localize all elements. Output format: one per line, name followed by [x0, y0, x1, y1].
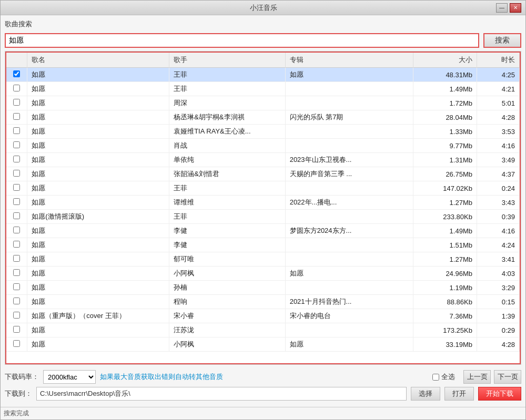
row-artist: 程响: [169, 295, 285, 309]
row-artist: 张韶涵&刘惜君: [169, 167, 285, 181]
row-checkbox[interactable]: [13, 70, 20, 77]
table-row: 如愿 王菲 1.49Mb 4:21: [6, 82, 520, 96]
row-size: 1.51Mb: [413, 238, 477, 252]
minimize-button[interactable]: —: [496, 3, 508, 13]
status-text: 搜索完成: [4, 409, 29, 417]
choose-folder-button[interactable]: 选择: [411, 387, 440, 401]
download-path-input[interactable]: [36, 387, 407, 401]
row-checkbox[interactable]: [13, 227, 20, 233]
start-download-button[interactable]: 开始下载: [478, 387, 521, 401]
row-checkbox[interactable]: [13, 141, 20, 148]
row-checkbox-cell[interactable]: [6, 181, 27, 196]
row-name: 如愿: [27, 125, 169, 139]
rate-select[interactable]: 128kmp3 320kmp3 2000kflac 无损flac: [43, 370, 96, 384]
search-button[interactable]: 搜索: [483, 33, 521, 48]
table-row: 如愿 肖战 9.77Mb 4:16: [6, 139, 520, 153]
row-checkbox-cell[interactable]: [6, 82, 27, 96]
row-checkbox[interactable]: [13, 255, 20, 262]
all-select-checkbox[interactable]: [432, 374, 439, 381]
row-duration: 1:39: [477, 309, 519, 323]
row-name: 如愿: [27, 181, 169, 196]
next-page-button[interactable]: 下一页: [494, 370, 521, 384]
row-artist: 李健: [169, 224, 285, 238]
row-album: [285, 125, 413, 139]
row-checkbox[interactable]: [13, 283, 20, 290]
row-checkbox[interactable]: [13, 298, 20, 304]
row-checkbox-cell[interactable]: [6, 295, 27, 309]
row-duration: 0:24: [477, 181, 519, 196]
col-dur-header: 时长: [477, 53, 519, 68]
row-album: [285, 139, 413, 153]
row-album: 如愿: [285, 337, 413, 352]
row-name: 如愿: [27, 96, 169, 110]
table-row: 如愿 杨丞琳&胡宇桐&李润祺 闪光的乐队 第7期 28.04Mb 4:28: [6, 110, 520, 125]
row-checkbox-cell[interactable]: [6, 281, 27, 295]
row-checkbox[interactable]: [13, 198, 20, 205]
row-checkbox[interactable]: [13, 340, 20, 347]
row-checkbox[interactable]: [13, 184, 20, 191]
row-size: 1.27Mb: [413, 196, 477, 210]
row-checkbox[interactable]: [13, 99, 20, 106]
row-name: 如愿: [27, 337, 169, 352]
row-checkbox[interactable]: [13, 85, 20, 91]
row-checkbox-cell[interactable]: [6, 238, 27, 252]
row-checkbox-cell[interactable]: [6, 252, 27, 267]
row-name: 如愿(激情摇滚版): [27, 210, 169, 224]
prev-page-button[interactable]: 上一页: [463, 370, 491, 384]
row-checkbox-cell[interactable]: [6, 125, 27, 139]
table-row: 如愿 小阿枫 如愿 33.19Mb 4:28: [6, 337, 520, 352]
all-select-label[interactable]: 全选: [432, 372, 455, 382]
row-album: [285, 210, 413, 224]
row-artist: 王菲: [169, 210, 285, 224]
row-name: 如愿: [27, 238, 169, 252]
row-checkbox[interactable]: [13, 127, 20, 134]
col-size-header: 大小: [413, 53, 477, 68]
row-size: 28.04Mb: [413, 110, 477, 125]
row-checkbox-cell[interactable]: [6, 167, 27, 181]
row-artist: 孙楠: [169, 281, 285, 295]
row-checkbox-cell[interactable]: [6, 153, 27, 167]
close-button[interactable]: ✕: [510, 3, 521, 13]
row-checkbox-cell[interactable]: [6, 323, 27, 337]
row-size: 1.31Mb: [413, 153, 477, 167]
row-checkbox[interactable]: [13, 113, 20, 120]
row-checkbox-cell[interactable]: [6, 139, 27, 153]
window-controls: — ✕: [496, 3, 521, 13]
table-row: 如愿 谭维维 2022年...播电... 1.27Mb 3:43: [6, 196, 520, 210]
row-album: [285, 281, 413, 295]
row-checkbox[interactable]: [13, 212, 20, 219]
row-checkbox[interactable]: [13, 269, 20, 276]
row-name: 如愿: [27, 295, 169, 309]
search-input[interactable]: [5, 33, 479, 48]
row-checkbox-cell[interactable]: [6, 309, 27, 323]
row-checkbox-cell[interactable]: [6, 196, 27, 210]
row-artist: 李健: [169, 238, 285, 252]
row-checkbox-cell[interactable]: [6, 267, 27, 281]
row-name: 如愿: [27, 196, 169, 210]
table-row: 如愿(激情摇滚版) 王菲 233.80Kb 0:39: [6, 210, 520, 224]
row-artist: 王菲: [169, 181, 285, 196]
row-checkbox-cell[interactable]: [6, 210, 27, 224]
row-checkbox[interactable]: [13, 312, 20, 319]
row-checkbox-cell[interactable]: [6, 96, 27, 110]
row-checkbox-cell[interactable]: [6, 110, 27, 125]
row-size: 24.96Mb: [413, 267, 477, 281]
row-artist: 肖战: [169, 139, 285, 153]
row-checkbox-cell[interactable]: [6, 337, 27, 352]
rate-hint[interactable]: 如果最大音质获取出错则自动转其他音质: [100, 372, 223, 382]
row-duration: 4:03: [477, 267, 519, 281]
row-name: 如愿: [27, 110, 169, 125]
row-duration: 3:49: [477, 153, 519, 167]
table-row: 如愿 小阿枫 如愿 24.96Mb 4:03: [6, 267, 520, 281]
table-row: 如愿 王菲 如愿 48.31Mb 4:25: [6, 68, 520, 82]
row-checkbox-cell[interactable]: [6, 68, 27, 82]
row-size: 26.75Mb: [413, 167, 477, 181]
row-checkbox[interactable]: [13, 241, 20, 248]
row-checkbox[interactable]: [13, 156, 20, 162]
row-checkbox-cell[interactable]: [6, 224, 27, 238]
table-row: 如愿 袁娅维TIA RAY&王心凌... 1.33Mb 3:53: [6, 125, 520, 139]
row-checkbox[interactable]: [13, 326, 20, 333]
col-check: [6, 53, 27, 68]
row-checkbox[interactable]: [13, 170, 20, 177]
open-folder-button[interactable]: 打开: [444, 387, 474, 401]
